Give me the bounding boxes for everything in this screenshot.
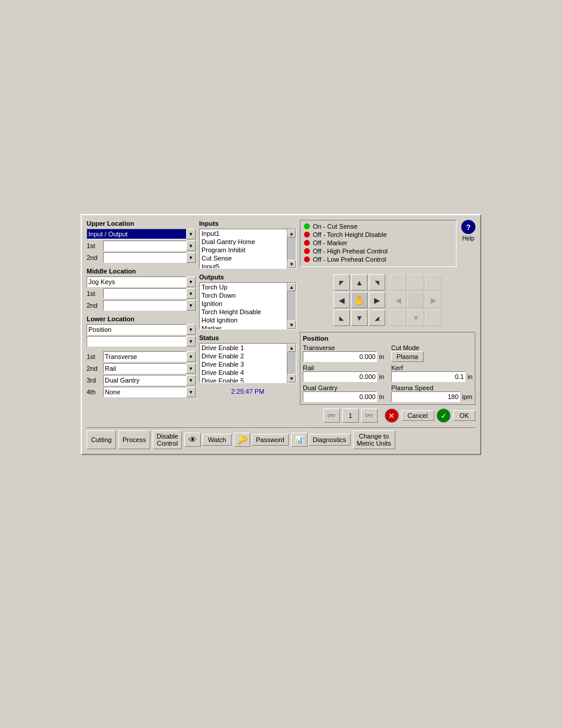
jog-w-1[interactable]: ◀ (333, 292, 350, 308)
process-button[interactable]: Process (118, 430, 150, 449)
lower-sub-arrow[interactable]: ▼ (186, 336, 196, 347)
status-scroll-down[interactable]: ▼ (287, 374, 296, 383)
jog-se-1[interactable]: ◢ (369, 309, 385, 326)
output-item-4[interactable]: Torch Height Disable (200, 308, 287, 316)
icon-btn-2[interactable]: 1 (342, 409, 359, 423)
upper-1st-select[interactable] (103, 241, 196, 251)
jog-se-2[interactable] (425, 309, 442, 326)
row-4th-arrow[interactable]: ▼ (186, 387, 196, 397)
jog-s-1[interactable]: ▼ (351, 309, 368, 326)
icon-btn-1[interactable]: 👓 (323, 409, 340, 423)
status-scroll-up[interactable]: ▲ (287, 344, 296, 352)
outputs-scroll-up[interactable]: ▲ (287, 283, 296, 291)
output-item-6[interactable]: Marker (200, 324, 287, 330)
help-label: Help (462, 235, 475, 242)
status-item-4[interactable]: Drive Enable 4 (200, 368, 287, 377)
cutting-button[interactable]: Cutting (87, 430, 116, 449)
indicator-row-4: Off - High Preheat Control (304, 248, 452, 255)
inputs-scroll-down[interactable]: ▼ (287, 260, 296, 268)
kerf-input[interactable] (391, 371, 465, 382)
jog-s-2[interactable]: ▼ (408, 309, 424, 326)
row-2nd-select[interactable]: Rail (103, 363, 196, 374)
cut-mode-button[interactable]: Plasma (391, 351, 424, 362)
password-icon[interactable]: 🔑 (234, 433, 250, 447)
indicator-row-2: Off - Torch Height Disable (304, 231, 452, 238)
ok-icon-button[interactable]: ✓ (437, 409, 451, 423)
lower-location-select[interactable]: Position (87, 324, 196, 335)
status-scrollbar[interactable]: ▲ ▼ (287, 343, 296, 383)
position-area: Position Transverse in Cut Mode Plasma (300, 332, 475, 405)
cancel-button[interactable]: Cancel (401, 410, 434, 421)
cancel-icon-button[interactable]: ✕ (385, 409, 399, 423)
input-item-4[interactable]: Cut Sense (200, 254, 287, 262)
row-1st-select[interactable]: Transverse (103, 351, 196, 362)
output-item-1[interactable]: Torch Up (200, 283, 287, 291)
password-button[interactable]: Password (252, 434, 288, 446)
jog-sw-2[interactable] (390, 309, 406, 326)
middle-2nd-arrow[interactable]: ▼ (186, 300, 196, 311)
row-1st-arrow[interactable]: ▼ (186, 351, 196, 362)
input-item-3[interactable]: Program Inhibit (200, 246, 287, 254)
jog-n-1[interactable]: ▲ (351, 274, 368, 291)
status-item-3[interactable]: Drive Enable 3 (200, 360, 287, 368)
jog-sw-1[interactable]: ◣ (333, 309, 350, 326)
dual-gantry-input[interactable] (303, 391, 377, 402)
input-item-2[interactable]: Dual Gantry Home (200, 238, 287, 246)
output-item-5[interactable]: Hold Ignition (200, 316, 287, 324)
row-3rd-arrow[interactable]: ▼ (186, 375, 196, 386)
row-4th-select[interactable]: None (103, 387, 196, 397)
lower-location-arrow[interactable]: ▼ (186, 324, 196, 335)
inputs-scrollbar[interactable]: ▲ ▼ (287, 229, 296, 269)
diagnostics-icon[interactable]: 📊 (291, 433, 308, 447)
jog-nw-1[interactable]: ◤ (333, 274, 350, 291)
middle-2nd-select[interactable] (103, 300, 196, 311)
row-3rd-select[interactable]: Dual Gantry (103, 375, 196, 386)
status-scroll-track[interactable] (287, 352, 296, 374)
watch-button[interactable]: Watch (202, 434, 232, 446)
jog-nw-2[interactable] (390, 274, 406, 291)
plasma-speed-input[interactable] (391, 391, 460, 402)
status-item-5[interactable]: Drive Enable 5 (200, 377, 287, 383)
upper-location-arrow[interactable]: ▼ (186, 229, 196, 239)
ok-button[interactable]: OK (453, 410, 475, 421)
icon-btn-3[interactable]: 👓 (361, 409, 378, 423)
watch-icon[interactable]: 👁 (184, 433, 201, 447)
inputs-scroll-track[interactable] (287, 238, 296, 260)
jog-ne-1[interactable]: ◥ (369, 274, 385, 291)
jog-e-1[interactable]: ▶ (369, 292, 385, 308)
jog-e-2[interactable]: ▶ (425, 292, 442, 308)
status-item-2[interactable]: Drive Enable 2 (200, 352, 287, 360)
jog-ne-2[interactable] (425, 274, 442, 291)
help-button[interactable]: ? (461, 220, 475, 234)
row-2nd-arrow[interactable]: ▼ (186, 363, 196, 374)
change-metric-button[interactable]: Change to Metric Units (353, 430, 395, 449)
lower-sub-select[interactable] (87, 336, 196, 347)
indicator-row-1: On - Cut Sense (304, 223, 452, 230)
outputs-scrollbar[interactable]: ▲ ▼ (287, 282, 296, 330)
transverse-input[interactable] (303, 351, 377, 362)
outputs-scroll-down[interactable]: ▼ (287, 321, 296, 329)
middle-1st-select[interactable] (103, 288, 196, 299)
upper-2nd-arrow[interactable]: ▼ (186, 252, 196, 263)
inputs-scroll-up[interactable]: ▲ (287, 229, 296, 238)
rail-input[interactable] (303, 371, 377, 382)
jog-center-1[interactable]: ✋ (351, 292, 368, 308)
rail-label: Rail (303, 364, 384, 371)
middle-1st-arrow[interactable]: ▼ (186, 288, 196, 299)
middle-location-arrow[interactable]: ▼ (186, 276, 196, 287)
input-item-1[interactable]: Input1 (200, 229, 287, 238)
upper-2nd-select[interactable] (103, 252, 196, 263)
jog-n-2[interactable] (408, 274, 424, 291)
outputs-scroll-track[interactable] (287, 291, 296, 321)
input-item-5[interactable]: Input5 (200, 262, 287, 269)
status-item-1[interactable]: Drive Enable 1 (200, 344, 287, 352)
jog-center-2[interactable] (408, 292, 424, 308)
output-item-2[interactable]: Torch Down (200, 291, 287, 299)
middle-location-select[interactable]: Jog Keys (87, 276, 196, 287)
output-item-3[interactable]: Ignition (200, 299, 287, 308)
disable-control-button[interactable]: Disable Control (153, 430, 183, 449)
upper-1st-arrow[interactable]: ▼ (186, 241, 196, 251)
diagnostics-button[interactable]: Diagnostics (309, 434, 351, 446)
jog-w-2[interactable]: ◀ (390, 292, 406, 308)
upper-location-select[interactable]: Input / Output (87, 229, 196, 239)
